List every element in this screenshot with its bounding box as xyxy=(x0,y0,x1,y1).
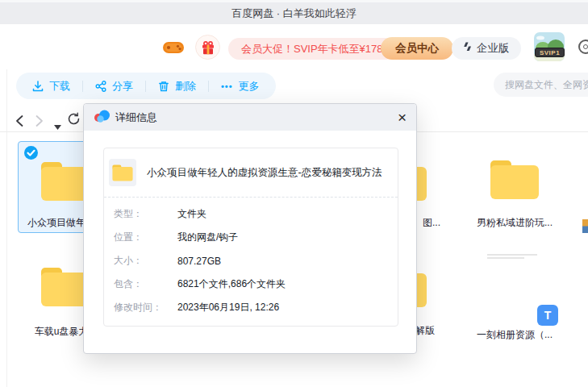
detail-row-size: 大小： 807.27GB xyxy=(114,249,398,273)
details-dialog: 详细信息 × 小众项目做年轻人的虚拟资源生意-恋爱秘籍变现方法 类型： 文件夹 … xyxy=(83,103,417,354)
tile-yike-txt-file[interactable]: T 一刻相册资源（... xyxy=(468,248,561,340)
netdisk-logo-icon xyxy=(94,109,110,126)
txt-file-badge-icon: T xyxy=(537,305,558,326)
enterprise-button[interactable]: 企业版 xyxy=(452,37,521,60)
search-input[interactable] xyxy=(494,73,588,97)
close-icon[interactable]: × xyxy=(398,106,407,129)
detail-row-contains: 包含： 6821个文件,686个文件夹 xyxy=(114,273,398,296)
back-button[interactable] xyxy=(15,114,24,131)
file-action-toolbar: 下载 分享 删除 ••• 更多 xyxy=(16,73,276,99)
trash-icon xyxy=(158,81,169,92)
promo-text: 会员大促！SVIP年卡低至¥178 xyxy=(241,43,383,55)
gamepad-icon[interactable] xyxy=(163,40,184,58)
app-header: 会员大促！SVIP年卡低至¥178 会员中心 企业版 SV xyxy=(0,24,588,69)
forward-button[interactable] xyxy=(35,114,44,131)
history-dropdown-caret-icon[interactable] xyxy=(54,119,61,133)
dialog-header[interactable]: 详细信息 × xyxy=(84,104,416,131)
file-thumb xyxy=(109,159,136,186)
delete-button[interactable]: 删除 xyxy=(158,79,196,94)
download-button[interactable]: 下载 xyxy=(32,79,70,94)
clipped-item-icon xyxy=(582,219,588,233)
selected-check-icon xyxy=(24,146,38,163)
download-icon xyxy=(32,81,44,92)
promo-banner[interactable]: 会员大促！SVIP年卡低至¥178 xyxy=(228,38,396,60)
folder-icon xyxy=(112,164,133,181)
detail-row-type: 类型： 文件夹 xyxy=(114,202,398,226)
more-button[interactable]: ••• 更多 xyxy=(221,79,260,94)
file-name: 小众项目做年轻人的虚拟资源生意-恋爱秘籍变现方法 xyxy=(147,166,382,180)
tile-label-fragment: 解版 xyxy=(415,324,435,338)
gift-icon[interactable] xyxy=(195,35,220,60)
member-center-button[interactable]: 会员中心 xyxy=(381,37,453,60)
more-dots-icon: ••• xyxy=(221,81,233,91)
dialog-title: 详细信息 xyxy=(115,110,157,125)
tile-label-fragment: 、图... xyxy=(413,216,440,230)
tile-label: 男粉私域进阶玩... xyxy=(468,216,561,230)
txt-preview-line xyxy=(487,257,524,259)
detail-row-modified: 修改时间： 2023年06月19日, 12:26 xyxy=(114,296,398,319)
txt-preview-line xyxy=(487,254,537,256)
window-title: 百度网盘 · 白羊我如此轻浮 xyxy=(231,6,357,21)
detail-rows: 类型： 文件夹 位置： 我的网盘/钩子 大小： 807.27GB 包含： 682… xyxy=(104,198,398,326)
refresh-icon[interactable] xyxy=(67,112,81,129)
svip-badge: SVIP1 xyxy=(535,48,565,57)
window-titlebar: 百度网盘 · 白羊我如此轻浮 xyxy=(0,0,588,24)
tile-nanfen-folder[interactable]: 男粉私域进阶玩... xyxy=(468,141,561,233)
left-divider xyxy=(6,69,7,387)
file-summary-row: 小众项目做年轻人的虚拟资源生意-恋爱秘籍变现方法 xyxy=(104,148,398,198)
folder-icon xyxy=(490,160,540,203)
enterprise-icon xyxy=(463,37,472,60)
details-panel: 小众项目做年轻人的虚拟资源生意-恋爱秘籍变现方法 类型： 文件夹 位置： 我的网… xyxy=(103,148,398,327)
detail-row-location: 位置： 我的网盘/钩子 xyxy=(114,226,398,249)
service-ring-icon[interactable] xyxy=(578,40,588,54)
share-icon xyxy=(95,81,106,92)
tile-label: 一刻相册资源（... xyxy=(468,328,561,342)
share-button[interactable]: 分享 xyxy=(95,79,133,94)
app-window: 百度网盘 · 白羊我如此轻浮 会员大促！SVIP年卡低至¥178 xyxy=(0,0,588,387)
